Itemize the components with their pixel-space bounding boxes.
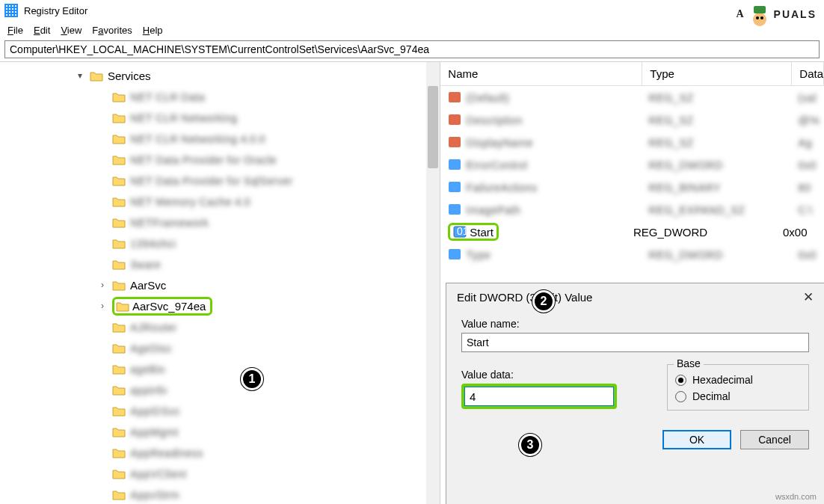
- svg-rect-4: [15, 5, 16, 7]
- folder-icon: [112, 426, 126, 437]
- tree-services[interactable]: ▾ Services: [75, 65, 440, 86]
- folder-icon: [112, 175, 126, 186]
- svg-rect-20: [449, 159, 461, 170]
- tree-item-blurred[interactable]: AppReadiness: [75, 442, 440, 463]
- callout-2: 2: [532, 290, 555, 313]
- value-row-blurred[interactable]: ErrorControlREG_DWORD0x0: [440, 153, 824, 176]
- menu-help[interactable]: Help: [143, 25, 163, 36]
- col-type[interactable]: Type: [642, 62, 792, 85]
- value-row-blurred[interactable]: DisplayNameREG_SZAg: [440, 131, 824, 153]
- cancel-button[interactable]: Cancel: [740, 430, 809, 449]
- value-data: Ag: [798, 136, 811, 149]
- tree-item-blurred[interactable]: 1394ohci: [75, 233, 440, 253]
- menu-edit[interactable]: Edit: [34, 25, 50, 36]
- svg-rect-9: [6, 11, 7, 13]
- tree-label: NET Data Provider for Oracle: [130, 153, 277, 166]
- tree-item-blurred[interactable]: NET Data Provider for Oracle: [75, 149, 440, 170]
- value-name: Type: [466, 248, 644, 261]
- col-name[interactable]: Name: [440, 62, 642, 85]
- tree-item-blurred[interactable]: NET Memory Cache 4.0: [75, 191, 440, 212]
- tree-item-blurred[interactable]: AppMgmt: [75, 421, 440, 442]
- folder-icon: [112, 91, 126, 102]
- tree-item-blurred[interactable]: AgeDisc: [75, 337, 440, 358]
- menu-favorites[interactable]: Favorites: [92, 25, 132, 36]
- tree-item-blurred[interactable]: AJRouter: [75, 316, 440, 337]
- tree-item-blurred[interactable]: AppvStrm: [75, 484, 440, 504]
- folder-icon: [112, 154, 126, 165]
- svg-rect-19: [449, 137, 461, 147]
- value-type: REG_SZ: [648, 136, 793, 149]
- svg-rect-12: [15, 11, 16, 13]
- folder-icon: [90, 70, 103, 82]
- chevron-right-icon[interactable]: ›: [97, 280, 108, 290]
- tree-label: AppReadiness: [130, 446, 203, 459]
- radio-hex[interactable]: Hexadecimal: [675, 374, 801, 386]
- address-bar[interactable]: Computer\HKEY_LOCAL_MACHINE\SYSTEM\Curre…: [4, 40, 820, 58]
- tree-label: NET CLR Networking 4.0.0: [130, 132, 265, 145]
- svg-point-28: [756, 16, 759, 19]
- tree-item-aarsvc[interactable]: › AarSvc: [75, 274, 440, 295]
- value-name-input[interactable]: [461, 333, 809, 352]
- folder-icon: [112, 322, 126, 333]
- svg-point-29: [760, 16, 763, 19]
- chevron-down-icon[interactable]: ▾: [75, 70, 85, 81]
- value-type: REG_SZ: [648, 91, 793, 104]
- svg-rect-11: [12, 11, 13, 13]
- value-type: REG_SZ: [648, 114, 793, 126]
- radio-dec[interactable]: Decimal: [675, 390, 801, 402]
- value-row-blurred[interactable]: (Default)REG_SZ(val: [440, 86, 824, 108]
- value-row-blurred[interactable]: DescriptionREG_SZ@%: [440, 108, 824, 131]
- reg-value-icon: [448, 90, 461, 104]
- menu-file[interactable]: File: [7, 25, 23, 36]
- tree-item-blurred[interactable]: 3ware: [75, 253, 440, 274]
- scrollbar-thumb[interactable]: [428, 86, 438, 168]
- tree-label: Services: [108, 70, 151, 82]
- chevron-right-icon[interactable]: ›: [97, 301, 108, 311]
- tree-item-blurred[interactable]: NETFramework: [75, 212, 440, 233]
- callout-1: 1: [241, 368, 263, 390]
- value-row-blurred[interactable]: FailureActionsREG_BINARY80: [440, 176, 824, 198]
- value-row-blurred[interactable]: TypeREG_DWORD0x0: [440, 243, 824, 265]
- ok-button[interactable]: OK: [662, 430, 731, 449]
- tree-item-blurred[interactable]: NET CLR Networking 4.0.0: [75, 128, 440, 149]
- svg-rect-27: [754, 6, 766, 13]
- tree-item-aarsvc-974ea[interactable]: › AarSvc_974ea: [75, 295, 440, 316]
- tree-item-blurred[interactable]: NET Data Provider for SqlServer: [75, 170, 440, 191]
- close-icon[interactable]: ✕: [803, 289, 814, 305]
- folder-icon: [112, 384, 126, 396]
- value-type: REG_BINARY: [648, 181, 793, 194]
- value-name: DisplayName: [466, 136, 644, 149]
- reg-value-icon: [448, 203, 461, 216]
- value-row-blurred[interactable]: ImagePathREG_EXPAND_SZC:\: [440, 198, 824, 221]
- radio-label: Hexadecimal: [692, 374, 753, 386]
- watermark: wsxdn.com: [775, 492, 817, 501]
- svg-rect-3: [12, 5, 13, 7]
- appuals-mascot-icon: [747, 1, 772, 27]
- col-data[interactable]: Data: [792, 62, 824, 85]
- tree-scrollbar[interactable]: [426, 62, 440, 504]
- reg-value-icon: [448, 158, 461, 171]
- column-headers: Name Type Data: [440, 62, 824, 86]
- tree-item-blurred[interactable]: NET CLR Data: [75, 86, 440, 107]
- menu-view[interactable]: View: [61, 25, 82, 36]
- value-data-input[interactable]: [464, 387, 614, 406]
- callout-3: 3: [519, 434, 541, 456]
- dialog-title: Edit DWORD (32-bit) Value: [457, 291, 592, 304]
- tree-item-blurred[interactable]: AppVClient: [75, 463, 440, 484]
- value-data: C:\: [798, 203, 812, 216]
- svg-rect-22: [449, 204, 461, 215]
- radio-icon: [675, 391, 686, 402]
- folder-icon: [112, 259, 126, 270]
- value-row-start[interactable]: 011 Start REG_DWORD 0x00: [440, 221, 824, 243]
- tree-item-blurred[interactable]: NET CLR Networking: [75, 107, 440, 128]
- value-data: 0x0: [798, 248, 816, 261]
- tree-label: 3ware: [130, 258, 161, 271]
- dialog-titlebar[interactable]: Edit DWORD (32-bit) Value ✕: [446, 283, 824, 310]
- value-data: 0x0: [798, 159, 816, 171]
- titlebar: Registry Editor: [0, 0, 824, 21]
- tree-item-blurred[interactable]: AppIDSvc: [75, 400, 440, 421]
- folder-icon: [112, 342, 126, 354]
- tree-label: AppvStrm: [130, 488, 179, 501]
- svg-rect-1: [6, 5, 7, 7]
- tree-label: appinfo: [130, 384, 167, 396]
